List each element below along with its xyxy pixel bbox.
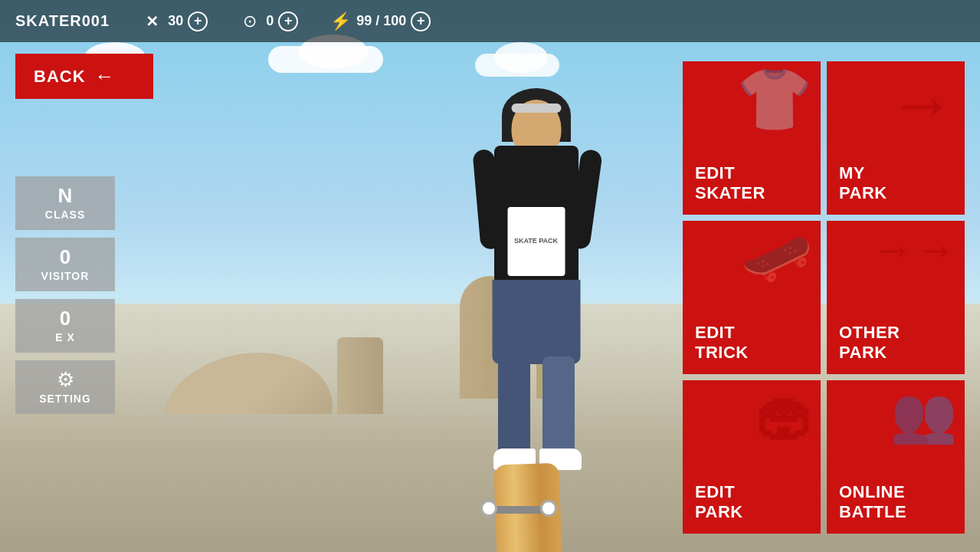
other-park-button[interactable]: →→ OTHER PARK: [827, 221, 965, 374]
edit-trick-label: EDIT TRICK: [695, 323, 808, 362]
currency-coin-add-button[interactable]: +: [278, 12, 298, 31]
shirt-text: SKATE PACK: [514, 238, 558, 245]
edit-park-icon: 🏟: [755, 388, 814, 445]
energy-value: 99 / 100: [356, 13, 406, 29]
skater-leg-left: [498, 356, 530, 456]
online-battle-icon: 👥: [890, 388, 958, 442]
online-battle-button[interactable]: 👥 ONLINE BATTLE: [827, 380, 965, 534]
topbar: SKATER001 ✕ 30 + ⊙ 0 + ⚡ 99 / 100 +: [0, 0, 980, 42]
ex-value: 0: [23, 308, 107, 328]
edit-park-label: EDIT PARK: [695, 482, 808, 521]
class-card: N CLASS: [15, 176, 115, 230]
my-park-icon: →: [888, 69, 958, 138]
left-stats-panel: N CLASS 0 VISITOR 0 E X ⚙ SETTING: [15, 176, 115, 414]
edit-trick-button[interactable]: 🛹 EDIT TRICK: [683, 221, 821, 374]
setting-label: SETTING: [39, 393, 91, 405]
my-park-button[interactable]: → MY PARK: [827, 61, 965, 215]
edit-skater-label: EDIT SKATER: [695, 163, 808, 202]
setting-card[interactable]: ⚙ SETTING: [15, 360, 115, 414]
my-park-label: MY PARK: [839, 163, 952, 202]
energy-group: ⚡ 99 / 100 +: [329, 10, 431, 33]
headband: [511, 104, 561, 113]
currency-x-value: 30: [168, 13, 183, 29]
wheel-tr: [540, 500, 557, 517]
ramp3: [337, 337, 383, 414]
skater-figure: SKATE PACK: [460, 100, 613, 498]
edit-trick-icon: 🛹: [741, 228, 814, 286]
back-arrow-icon: ←: [95, 64, 116, 88]
menu-grid: 👕 EDIT SKATER → MY PARK 🛹 EDIT TRICK →→ …: [683, 61, 965, 534]
x-icon: ✕: [140, 10, 163, 33]
currency-coin-value: 0: [266, 13, 274, 29]
online-battle-label: ONLINE BATTLE: [839, 482, 952, 521]
back-label: BACK: [34, 67, 86, 87]
class-value: N: [23, 186, 107, 205]
gear-icon: ⚙: [57, 370, 74, 389]
currency-coin-group: ⊙ 0 +: [238, 10, 298, 33]
other-park-icon: →→: [872, 228, 957, 271]
other-park-label: OTHER PARK: [839, 323, 952, 362]
visitor-card: 0 VISITOR: [15, 238, 115, 291]
coin-icon: ⊙: [238, 10, 261, 33]
currency-x-add-button[interactable]: +: [188, 12, 208, 31]
back-button[interactable]: BACK ←: [15, 54, 153, 99]
energy-add-button[interactable]: +: [411, 12, 431, 31]
skater-body: SKATE PACK: [494, 146, 578, 284]
ex-label: E X: [23, 331, 107, 343]
cloud: [494, 42, 548, 73]
currency-x-group: ✕ 30 +: [140, 10, 208, 33]
visitor-value: 0: [23, 247, 107, 267]
player-name: SKATER001: [15, 12, 110, 30]
ex-card: 0 E X: [15, 299, 115, 353]
skater-shorts: [492, 280, 580, 364]
edit-park-button[interactable]: 🏟 EDIT PARK: [683, 380, 821, 534]
edit-skater-button[interactable]: 👕 EDIT SKATER: [683, 61, 821, 215]
edit-skater-icon: 👕: [736, 69, 814, 130]
wheel-tl: [480, 500, 497, 517]
class-label: CLASS: [23, 209, 107, 221]
energy-icon: ⚡: [329, 10, 352, 33]
skater-character: SKATE PACK: [421, 69, 651, 498]
skater-leg-right: [542, 356, 575, 456]
skater-shirt: SKATE PACK: [507, 207, 565, 276]
visitor-label: VISITOR: [23, 270, 107, 282]
